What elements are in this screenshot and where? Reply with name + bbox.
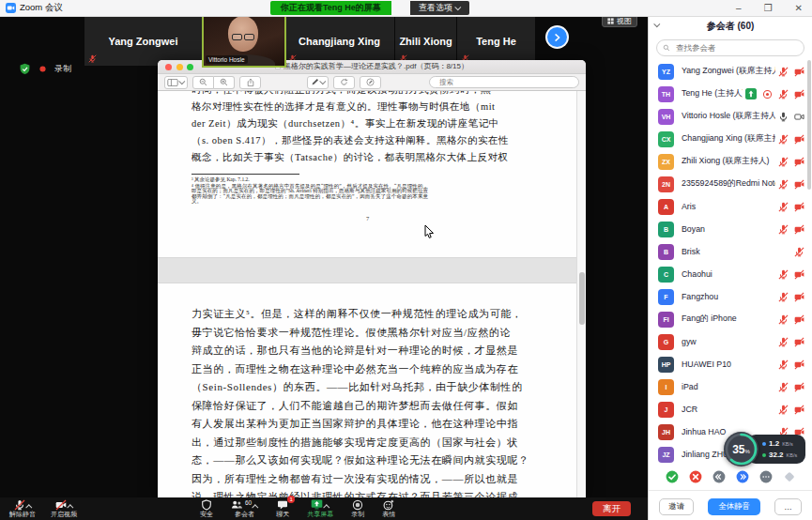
participant-row[interactable]: AAris <box>649 195 812 218</box>
share-screen-icon <box>311 499 329 511</box>
participant-status-icons <box>778 202 804 212</box>
slower-icon[interactable] <box>712 470 726 483</box>
upload-dot-icon <box>762 442 766 446</box>
participant-list-scrollbar[interactable] <box>807 60 811 190</box>
video-tile-zhili-xiong[interactable]: Zhili Xiong <box>395 17 456 66</box>
pdf-text-line: 出，通过那些制度性的措施能够实现肯定度更高的（国家与社会）状 <box>192 434 560 452</box>
video-tile-vittorio-hosle[interactable]: Vittorio Hosle <box>202 9 286 68</box>
participant-status-icons <box>778 112 804 122</box>
participant-row[interactable]: JJCR <box>649 398 812 421</box>
chevron-up-icon[interactable] <box>25 504 32 511</box>
hand-icon[interactable] <box>783 470 796 483</box>
invite-button[interactable]: 邀请 <box>659 498 694 515</box>
participant-search-input[interactable] <box>674 42 798 54</box>
pdf-text-line: 概念，比如关于事实（Tatsache）的讨论，都表明黑格尔大体上反对权 <box>192 149 560 166</box>
pdf-text-line: 辩成立的话，那也只有当他的论辩是针对一种理论的时候，才显然是 <box>192 342 560 360</box>
chevron-up-icon[interactable] <box>67 504 73 511</box>
video-tile-teng-he[interactable]: Teng He <box>457 17 535 66</box>
participant-avatar: YZ <box>658 64 674 80</box>
zoom-in-button[interactable] <box>214 76 235 89</box>
reactions-icon <box>383 499 394 511</box>
video-tile-yang-zongwei[interactable]: Yang Zongwei <box>84 17 202 66</box>
footer-buttons: 邀请 全体静音 … <box>649 498 812 515</box>
cam-off-icon <box>794 382 804 392</box>
participant-row[interactable]: 2N2355924589的Redmi Note 7 Pro <box>649 173 812 195</box>
participant-row[interactable]: IiPad <box>649 375 812 398</box>
rotate-button[interactable] <box>333 76 355 89</box>
participant-row[interactable]: ZXZhili Xiong (联席主持人) <box>649 150 812 173</box>
faster-icon[interactable] <box>736 470 749 483</box>
mic-off-icon <box>778 134 789 145</box>
record-icon <box>352 499 363 511</box>
cam-off-icon <box>794 292 804 302</box>
pdf-search-input[interactable] <box>437 77 574 87</box>
participant-avatar: FI <box>658 312 674 328</box>
mute-all-button[interactable]: 全体静音 <box>708 498 760 515</box>
toolbar-item-mic-off-w[interactable]: 解除静音 <box>9 497 36 520</box>
toolbar-item-cam-off-w[interactable]: 开启视频 <box>51 497 77 520</box>
toolbar-item-label: 安全 <box>200 511 213 518</box>
participant-status-icons <box>778 67 804 77</box>
toolbar-item-label: 录制 <box>351 511 364 518</box>
pdf-scrollbar-track[interactable] <box>576 91 586 497</box>
participant-row[interactable]: CChaohui <box>649 263 812 285</box>
toolbar-item-chat[interactable]: 1聊天 <box>276 497 289 520</box>
leave-meeting-button[interactable]: 离开 <box>592 501 631 516</box>
mic-off-icon <box>778 202 789 212</box>
minimize-button[interactable]: – <box>736 4 742 13</box>
pdf-text-line: 态，——那么又该如何实现呢？假如这种理论无法在瞬间内就实现呢？ <box>192 451 560 470</box>
participant-avatar: HP <box>658 357 674 373</box>
participant-row[interactable]: FFangzhou <box>649 285 812 308</box>
participant-row[interactable]: YZYang Zongwei (联席主持人, 我) <box>649 60 812 83</box>
next-participants-button[interactable] <box>547 27 567 47</box>
toolbar-item-share-screen[interactable]: 共享屏幕 <box>307 497 333 520</box>
mic-off-icon <box>778 224 789 235</box>
participant-row[interactable]: VHVittorio Hosle (联席主持人) <box>649 105 812 128</box>
mic-on-icon <box>778 112 789 122</box>
close-window-icon[interactable] <box>165 64 172 70</box>
chevron-up-icon[interactable] <box>323 504 329 511</box>
cam-off-icon <box>794 157 804 167</box>
participants-panel: 参会者 (60) YZYang Zongwei (联席主持人, 我)THTeng… <box>648 0 812 520</box>
participant-row[interactable]: FIFang的 iPhone <box>649 308 812 330</box>
participant-row[interactable]: THTeng He (主持人) <box>649 83 812 105</box>
participant-search-field[interactable] <box>656 39 804 56</box>
participant-row[interactable]: Ggyw <box>649 330 812 353</box>
page-text-block: 力实证主义⁵。但是，这样的阐释不仅使一种规范性的理论成为可能，毋宁说它恰恰要求一… <box>158 283 577 497</box>
toolbar-item-reactions[interactable]: 表情 <box>382 497 395 520</box>
markup-button[interactable] <box>360 76 381 89</box>
participant-avatar: J <box>658 402 674 418</box>
zoom-out-button[interactable] <box>192 76 214 89</box>
video-tile-changjiang-xing[interactable]: Changjiang Xing <box>284 17 394 66</box>
participant-row[interactable]: BBrisk <box>649 240 812 263</box>
more-dots-icon[interactable] <box>759 470 773 483</box>
mic-off-icon <box>778 314 789 325</box>
pdf-scrollbar-thumb[interactable] <box>579 272 585 325</box>
sidebar-toggle-button[interactable] <box>164 76 188 89</box>
toolbar-item-participants[interactable]: 60参会者 <box>231 497 258 520</box>
participant-name: Boyan <box>682 224 775 234</box>
minimize-window-icon[interactable] <box>176 64 183 70</box>
annotate-pen-button[interactable] <box>307 76 329 89</box>
participant-name: Changjiang Xing (联席主持人) <box>682 133 775 145</box>
toolbar-item-record[interactable]: 录制 <box>351 497 364 520</box>
mic-off-w-icon <box>14 499 32 511</box>
zoom-meeting-window: Zoom 会议 你正在观看Teng He的屏幕 查看选项 – ❐ ✕ Yang … <box>0 0 812 520</box>
maximize-button[interactable]: ❐ <box>764 4 773 13</box>
participant-name: Zhili Xiong (联席主持人) <box>682 156 775 167</box>
zoom-window-icon[interactable] <box>187 64 193 70</box>
chevron-up-icon[interactable] <box>252 504 258 511</box>
share-document-button[interactable] <box>239 76 261 89</box>
participant-row[interactable]: HPHUAWEI P10 <box>649 353 812 375</box>
participant-row[interactable]: CXChangjiang Xing (联席主持人) <box>649 128 812 150</box>
view-options-button[interactable]: 查看选项 <box>410 1 469 15</box>
close-button[interactable]: ✕ <box>795 4 803 13</box>
pdf-search-field[interactable] <box>429 76 579 88</box>
more-options-button[interactable]: … <box>774 498 802 515</box>
cam-off-icon <box>794 359 804 370</box>
participant-row[interactable]: BBoyan <box>649 218 812 240</box>
no-cross-icon[interactable] <box>689 470 702 483</box>
yes-check-icon[interactable] <box>666 470 679 483</box>
toolbar-item-shield[interactable]: 安全 <box>200 497 213 520</box>
pdf-content-area[interactable]: 时间，任不得被人们阻止的方式，而是以预动的方式贯彻到时，黑格尔对理性实在性的选择… <box>158 91 586 497</box>
